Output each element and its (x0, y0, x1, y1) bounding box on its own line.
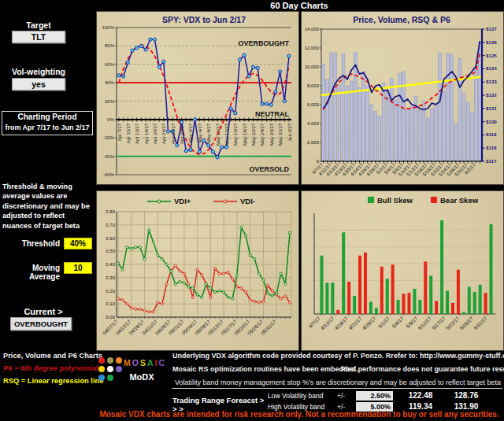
svg-text:$127: $127 (486, 26, 497, 31)
svg-text:Apr 18/17: Apr 18/17 (144, 123, 149, 144)
svg-text:Bear Skew: Bear Skew (440, 196, 479, 205)
svg-text:5/17/17: 5/17/17 (431, 315, 447, 331)
svg-text:Apr 11/17: Apr 11/17 (126, 123, 131, 143)
svg-text:0.70: 0.70 (106, 223, 115, 227)
svg-text:5/1/17: 5/1/17 (377, 315, 391, 329)
svg-text:$126: $126 (486, 39, 497, 45)
band-name: Low Volatility band (268, 392, 335, 400)
mosaic-modx-window: 60 Day Charts Target TLT Vol-weighting y… (0, 0, 504, 421)
charting-period-title: Charting Period (2, 112, 92, 123)
svg-text:May 4/17: May 4/17 (198, 123, 202, 142)
svg-text:SPY: VDX to Jun 2/17: SPY: VDX to Jun 2/17 (162, 15, 246, 24)
svg-text:May 31/17: May 31/17 (278, 123, 283, 146)
svg-text:Jun 2/17: Jun 2/17 (287, 123, 292, 142)
svg-text:2,000: 2,000 (307, 140, 320, 145)
svg-text:6,000: 6,000 (307, 102, 320, 107)
price-volume-chart: Price, Volume, RSQ & P614,00012,00010,00… (301, 11, 504, 185)
svg-text:Apr 7/17: Apr 7/17 (117, 123, 122, 141)
band-low-value: 122.48 (402, 391, 439, 400)
svg-text:5/31/17: 5/31/17 (472, 315, 488, 331)
svg-text:VDI+: VDI+ (174, 197, 191, 205)
band-percent-box[interactable]: 2.50% (356, 391, 393, 401)
svg-text:$118: $118 (486, 145, 497, 150)
current-label: Current > (0, 307, 87, 316)
svg-text:4/18/17: 4/18/17 (333, 315, 349, 331)
svg-text:May 16/17: May 16/17 (233, 123, 238, 146)
threshold-value-box[interactable]: 40% (64, 238, 92, 249)
svg-text:May 18/17: May 18/17 (243, 123, 247, 146)
page-title: 60 Day Charts (94, 1, 504, 10)
current-status-box: OVERBOUGHT (10, 317, 72, 331)
svg-text:4,000: 4,000 (307, 121, 320, 126)
mosaic-logo-icon (98, 357, 124, 381)
svg-text:4/21/17: 4/21/17 (347, 315, 363, 331)
svg-text:60%: 60% (105, 62, 115, 67)
svg-text:Apr 26/17: Apr 26/17 (171, 123, 176, 144)
threshold-label: Threshold (0, 239, 60, 248)
svg-text:12,000: 12,000 (305, 46, 320, 50)
svg-text:100%: 100% (102, 25, 115, 30)
charting-period-box: Charting Period from Apr 7/17 to Jun 2/1… (2, 111, 93, 135)
svg-text:May 24/17: May 24/17 (260, 123, 265, 146)
svg-text:Price, Volume, RSQ & P6: Price, Volume, RSQ & P6 (353, 15, 450, 24)
svg-text:80%: 80% (105, 43, 115, 48)
svg-text:May 12/17: May 12/17 (224, 123, 229, 146)
svg-text:5/22/17: 5/22/17 (445, 315, 461, 331)
svg-text:May 26/17: May 26/17 (269, 123, 274, 146)
plus-minus: +/- (337, 392, 345, 400)
svg-text:May 10/17: May 10/17 (216, 123, 220, 146)
skew-chart: Bull SkewBear Skew4/7/174/12/174/18/174/… (301, 190, 504, 351)
svg-text:NEUTRAL: NEUTRAL (255, 110, 289, 118)
svg-text:14,000: 14,000 (305, 27, 320, 31)
svg-text:4/12/17: 4/12/17 (320, 315, 335, 331)
moving-average-label: Moving Average (0, 264, 60, 281)
svg-text:0.80: 0.80 (106, 209, 115, 214)
svg-text:$122: $122 (486, 92, 497, 98)
svg-text:Apr 24/17: Apr 24/17 (161, 123, 166, 144)
svg-text:8,000: 8,000 (307, 83, 320, 88)
modx-label: MoDX (124, 372, 160, 382)
svg-text:5/12/17: 5/12/17 (417, 315, 432, 331)
svg-text:May 8/17: May 8/17 (206, 123, 211, 142)
svg-text:VDI-: VDI- (240, 197, 255, 205)
svg-text:$117: $117 (486, 158, 497, 164)
svg-text:$119: $119 (486, 131, 497, 137)
gummy-stuff-link[interactable]: http://www.gummy-stuff.org/ (420, 352, 504, 360)
svg-text:$123: $123 (486, 79, 497, 84)
svg-text:20%: 20% (105, 99, 115, 104)
footer-divider (172, 388, 502, 389)
moving-average-value-box[interactable]: 10 (64, 262, 92, 274)
svg-text:Bull Skew: Bull Skew (377, 196, 413, 205)
risk-disclaimer: Mosaic VDX charts are intended for risk … (94, 410, 504, 419)
svg-text:$120: $120 (486, 119, 497, 124)
price-volume-canvas: Price, Volume, RSQ & P614,00012,00010,00… (302, 12, 503, 184)
svg-text:May 22/17: May 22/17 (251, 123, 256, 146)
optimization-text: Mosaic RS optimization routines have bee… (172, 365, 358, 373)
footer-note-p6: P6 = 6th degree polynomial (3, 364, 98, 372)
mosaic-brand-text: MOSAIC (124, 358, 166, 367)
svg-text:0.60: 0.60 (106, 236, 115, 241)
svg-text:Apr 28/17: Apr 28/17 (180, 123, 184, 144)
credit-text: Underlying VDX algorithm code provided c… (172, 352, 420, 360)
svg-text:40%: 40% (105, 80, 115, 85)
svg-text:0.20: 0.20 (106, 289, 115, 294)
svg-text:Apr 20/17: Apr 20/17 (153, 123, 158, 144)
svg-text:Apr 13/17: Apr 13/17 (135, 123, 139, 144)
svg-text:$125: $125 (486, 53, 497, 58)
svg-text:0.10: 0.10 (106, 301, 115, 306)
svg-text:10,000: 10,000 (305, 65, 320, 69)
target-value-box[interactable]: TLT (12, 31, 65, 43)
svg-text:-60%: -60% (103, 172, 115, 177)
svg-text:OVERBOUGHT: OVERBOUGHT (238, 39, 289, 47)
vol-weighting-label: Vol-weighting (0, 67, 77, 76)
vdx-oscillator-chart: 100%80%60%40%20%0%-20%-40%-60%OVERBOUGHT… (96, 11, 299, 185)
low-volatility-band-row: Low Volatility band +/- 2.50% 122.48 128… (268, 391, 504, 401)
footer-note-price-volume: Price, Volume and P6 Charts (3, 352, 102, 360)
target-label: Target (0, 20, 77, 30)
svg-text:May 2/17: May 2/17 (188, 123, 193, 142)
svg-text:0.40: 0.40 (106, 262, 115, 267)
vol-weighting-value-box[interactable]: yes (12, 78, 65, 90)
svg-text:4/26/17: 4/26/17 (361, 315, 377, 331)
charting-period-range: from Apr 7/17 to Jun 2/17 (2, 123, 92, 132)
skew-canvas: Bull SkewBear Skew4/7/174/12/174/18/174/… (302, 191, 503, 350)
